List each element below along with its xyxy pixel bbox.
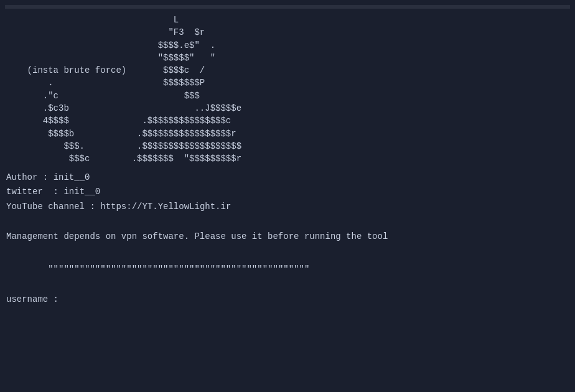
youtube-separator: :: [85, 202, 100, 212]
twitter-value: init__0: [63, 187, 100, 197]
username-label: username: [6, 294, 48, 304]
twitter-separator: :: [43, 187, 64, 197]
separator-line: """"""""""""""""""""""""""""""""""""""""…: [6, 254, 569, 284]
author-value: init__0: [54, 172, 90, 182]
prompt-line: username :: [6, 294, 569, 304]
management-text: Management depends on vpn software. Plea…: [6, 231, 388, 241]
prompt-separator: :: [48, 294, 58, 304]
youtube-label: YouTube channel: [6, 202, 85, 212]
twitter-line: twitter : init__0: [6, 187, 100, 197]
author-line: Author : init__0: [6, 172, 90, 182]
twitter-label: twitter: [6, 187, 43, 197]
ascii-art-block: L "F3 $r $$$$.e$" . "$$$$$" " (insta bru…: [6, 14, 569, 166]
top-bar: [5, 5, 570, 9]
separator-chars: """"""""""""""""""""""""""""""""""""""""…: [48, 264, 309, 274]
terminal-content: L "F3 $r $$$$.e$" . "$$$$$" " (insta bru…: [5, 11, 570, 387]
cursor[interactable]: [58, 294, 63, 304]
terminal-window: L "F3 $r $$$$.e$" . "$$$$$" " (insta bru…: [0, 0, 575, 392]
info-section: Author : init__0 twitter : init__0 YouTu…: [6, 170, 569, 245]
youtube-value: https://YT.YellowLight.ir: [100, 202, 231, 212]
author-label: Author: [6, 172, 37, 182]
youtube-line: YouTube channel : https://YT.YellowLight…: [6, 202, 231, 212]
author-separator: :: [37, 172, 53, 182]
